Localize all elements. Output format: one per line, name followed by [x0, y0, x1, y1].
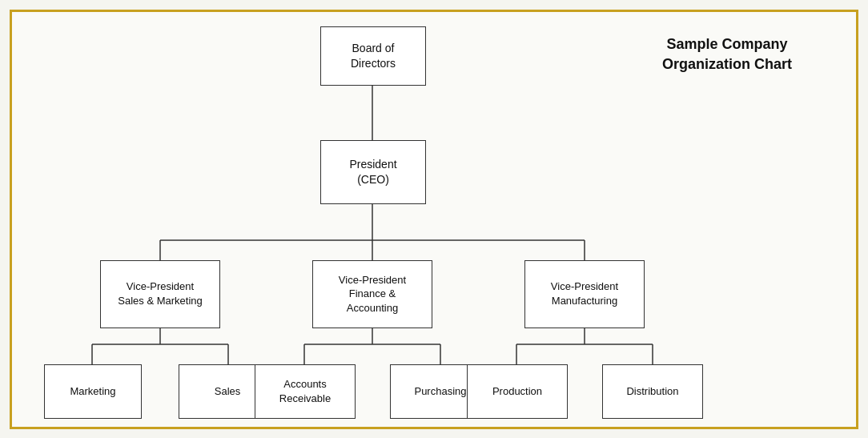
board-node: Board of Directors [320, 26, 426, 86]
accounts-receivable-node: Accounts Receivable [255, 364, 356, 419]
distribution-node: Distribution [602, 364, 703, 419]
vp-manufacturing-node: Vice-President Manufacturing [524, 260, 645, 328]
org-chart-container: Sample Company Organization Chart [10, 10, 858, 429]
chart-title: Sample Company Organization Chart [662, 34, 792, 74]
marketing-node: Marketing [44, 364, 142, 419]
vp-finance-node: Vice-President Finance & Accounting [312, 260, 432, 328]
production-node: Production [467, 364, 568, 419]
president-node: President (CEO) [320, 140, 426, 204]
vp-sales-node: Vice-President Sales & Marketing [100, 260, 220, 328]
